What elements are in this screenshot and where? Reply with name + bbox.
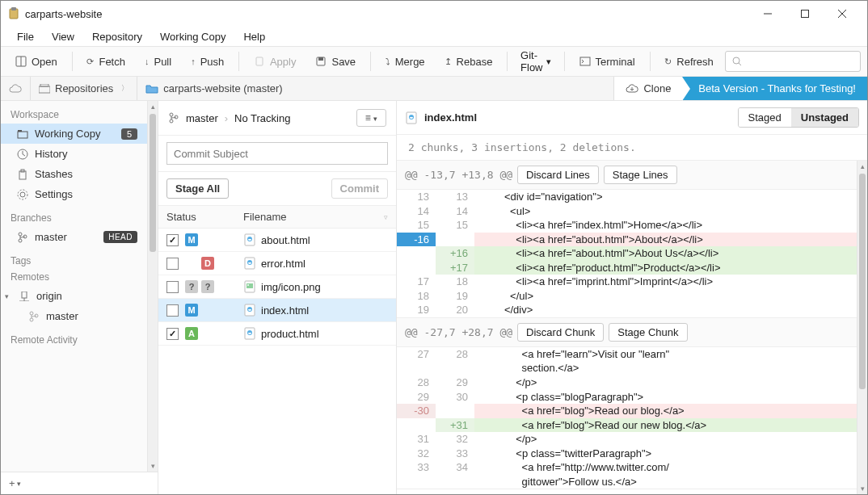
- open-button[interactable]: Open: [7, 52, 65, 71]
- diff-line[interactable]: -30 <a href="blog">Read our blog.</a>: [397, 404, 857, 418]
- stage-lines-button[interactable]: Stage Lines: [604, 166, 677, 184]
- sidebar-item-master[interactable]: masterHEAD: [1, 227, 147, 247]
- refresh-button[interactable]: ↻Refresh: [656, 52, 722, 71]
- file-row[interactable]: Aproduct.html: [158, 322, 396, 346]
- stashes-icon: [17, 169, 28, 180]
- fetch-button[interactable]: ⟳Fetch: [78, 52, 133, 71]
- svg-rect-11: [580, 57, 590, 65]
- diff-line[interactable]: section.</a>: [397, 361, 857, 375]
- diff-line[interactable]: 1313 <div id="navigation">: [397, 190, 857, 204]
- stage-checkbox[interactable]: [166, 258, 179, 270]
- file-row[interactable]: Derror.html: [158, 252, 396, 275]
- push-button[interactable]: ↑Push: [183, 52, 232, 71]
- apply-icon: [254, 56, 265, 67]
- sidebar-scrollbar[interactable]: ▴ ▾: [147, 101, 158, 472]
- clone-button[interactable]: Clone: [613, 77, 682, 100]
- diff-line[interactable]: gittower">Follow us.</a>: [397, 475, 857, 489]
- sidebar: Workspace Working Copy5 History Stashes …: [1, 101, 158, 494]
- stage-checkbox[interactable]: [166, 328, 179, 340]
- diff-line[interactable]: 2930 <p class="blogParagraph">: [397, 390, 857, 405]
- staged-tab[interactable]: Staged: [739, 108, 791, 127]
- fetch-icon: ⟳: [86, 57, 94, 67]
- scroll-up-icon[interactable]: ▴: [148, 101, 158, 112]
- stage-checkbox[interactable]: [166, 234, 179, 246]
- diff-line[interactable]: 1819 </ul>: [397, 289, 857, 304]
- status-badge: ?: [201, 280, 217, 293]
- open-icon: [15, 56, 27, 67]
- diff-header: index.html Staged Unstaged: [397, 101, 867, 135]
- menu-file[interactable]: File: [9, 29, 42, 44]
- history-icon: [17, 149, 28, 160]
- scroll-handle[interactable]: [150, 114, 156, 252]
- file-row[interactable]: ??img/icon.png: [158, 275, 396, 299]
- diff-line[interactable]: 2728 <a href="learn">Visit our "learn": [397, 347, 857, 362]
- gitflow-dropdown[interactable]: Git-Flow▾: [514, 46, 558, 77]
- diff-line[interactable]: 1414 <ul>: [397, 204, 857, 219]
- file-row[interactable]: Mabout.html: [158, 229, 396, 252]
- disclosure-triangle-icon[interactable]: ▾: [1, 292, 12, 300]
- diff-content: @@ -13,7 +13,8 @@Discard LinesStage Line…: [397, 161, 857, 494]
- svg-point-28: [30, 318, 33, 321]
- terminal-button[interactable]: Terminal: [571, 52, 643, 71]
- menu-help[interactable]: Help: [235, 29, 273, 44]
- diff-line[interactable]: +31 <a href="blog">Read our new blog.</a…: [397, 418, 857, 433]
- discard-lines-button[interactable]: Discard Lines: [517, 166, 599, 184]
- diff-line[interactable]: 3334 <a href="http://www.twitter.com/: [397, 460, 857, 475]
- merge-button[interactable]: ⤵Merge: [377, 52, 433, 71]
- status-badge: A: [185, 327, 201, 340]
- file-row[interactable]: Mindex.html: [158, 299, 396, 322]
- header-status[interactable]: Status: [166, 211, 243, 223]
- stage-all-button[interactable]: Stage All: [166, 178, 229, 199]
- sidebar-item-origin-master[interactable]: master: [1, 306, 147, 326]
- stage-checkbox[interactable]: [166, 304, 179, 317]
- menu-bar: File View Repository Working Copy Help: [1, 27, 867, 46]
- rebase-button[interactable]: ↥Rebase: [436, 52, 501, 71]
- maximize-button[interactable]: [786, 1, 824, 27]
- diff-line[interactable]: 1718 <li><a href="imprint.html">Imprint<…: [397, 275, 857, 289]
- apply-button[interactable]: Apply: [246, 52, 305, 71]
- commit-button[interactable]: Commit: [331, 178, 388, 199]
- diff-scrollbar[interactable]: ▴▾: [857, 161, 867, 494]
- sidebar-item-settings[interactable]: Settings: [1, 184, 147, 204]
- chevron-down-icon: ▾: [546, 57, 551, 67]
- unstaged-tab[interactable]: Unstaged: [791, 108, 858, 127]
- diff-summary: 2 chunks, 3 insertions, 2 deletions.: [397, 135, 867, 161]
- diff-line[interactable]: 1515 <li><a href="index.html">Home</a></…: [397, 218, 857, 233]
- save-button[interactable]: Save: [307, 52, 364, 71]
- hunk-header: @@ -27,7 +28,7 @@Discard ChunkStage Chun…: [397, 318, 857, 347]
- sidebar-item-working-copy[interactable]: Working Copy5: [1, 124, 147, 144]
- menu-view[interactable]: View: [44, 29, 82, 44]
- discard-chunk-button[interactable]: Discard Chunk: [517, 323, 604, 342]
- sidebar-item-history[interactable]: History: [1, 144, 147, 164]
- minimize-button[interactable]: [749, 1, 786, 27]
- close-button[interactable]: [824, 1, 861, 27]
- diff-line[interactable]: +17 <li><a href="product.html">Product</…: [397, 261, 857, 275]
- scroll-down-icon[interactable]: ▾: [148, 460, 158, 472]
- diff-line[interactable]: -16 <li><a href="about.html">About</a></…: [397, 233, 857, 247]
- current-repo[interactable]: carparts-website (master): [137, 77, 290, 100]
- sidebar-item-origin[interactable]: ▾origin: [1, 286, 147, 306]
- sidebar-item-stashes[interactable]: Stashes: [1, 164, 147, 184]
- header-filename[interactable]: Filename: [243, 211, 286, 223]
- status-badge: M: [185, 233, 201, 246]
- sidebar-add-button[interactable]: +▾: [1, 472, 158, 494]
- diff-line[interactable]: 3132 </p>: [397, 432, 857, 447]
- stage-chunk-button[interactable]: Stage Chunk: [609, 323, 687, 342]
- refresh-icon: ↻: [664, 57, 672, 67]
- cloud-button[interactable]: [1, 77, 31, 100]
- menu-working-copy[interactable]: Working Copy: [152, 29, 234, 44]
- diff-line[interactable]: 3233 <p class="twitterParagraph">: [397, 447, 857, 461]
- view-options-button[interactable]: ≡ ▾: [356, 109, 386, 127]
- diff-line[interactable]: +16 <li><a href="about.html">About Us</a…: [397, 246, 857, 261]
- menu-repository[interactable]: Repository: [84, 29, 150, 44]
- diff-line[interactable]: 2829 </p>: [397, 375, 857, 390]
- commit-subject-input[interactable]: [166, 142, 388, 165]
- pull-button[interactable]: ↓Pull: [137, 52, 179, 71]
- search-input[interactable]: [725, 51, 861, 72]
- svg-rect-26: [22, 292, 27, 298]
- diff-line[interactable]: 1920 </div>: [397, 303, 857, 317]
- hunk-range: @@ -27,7 +28,7 @@: [405, 326, 512, 338]
- stage-checkbox[interactable]: [166, 281, 179, 293]
- repositories-button[interactable]: Repositories〉: [31, 77, 137, 100]
- rebase-icon: ↥: [445, 57, 452, 67]
